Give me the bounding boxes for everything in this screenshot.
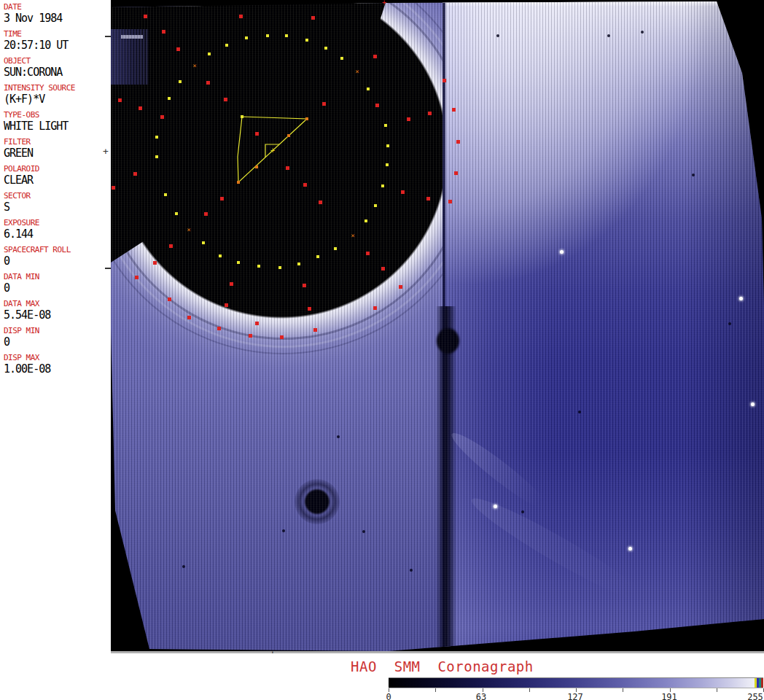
red-fiducial-dot: [160, 115, 164, 119]
colorbar-tick-label: 191: [661, 692, 677, 700]
yellow-fiducial-dot: [365, 219, 367, 222]
red-fiducial-dot: [373, 55, 377, 58]
metadata-field: SPACECRAFT ROLL0: [4, 245, 111, 268]
red-fiducial-dot: [452, 108, 456, 112]
field-label: TIME: [4, 29, 111, 39]
yellow-fiducial-dot: [257, 265, 260, 268]
red-fiducial-dot: [401, 190, 405, 194]
yellow-fiducial-dot: [340, 57, 343, 60]
dark-speck: [410, 569, 413, 572]
metadata-field: SECTORS: [4, 191, 111, 214]
red-fiducial-dot: [187, 316, 191, 319]
orange-x-mark: ×: [351, 232, 354, 239]
yellow-fiducial-dot: [237, 261, 240, 264]
yellow-fiducial-dot: [164, 193, 167, 196]
yellow-fiducial-dot: [324, 47, 327, 50]
red-fiducial-dot: [249, 334, 252, 338]
field-value: 3 Nov 1984: [4, 12, 111, 25]
yellow-fiducial-dot: [155, 136, 158, 139]
yellow-fiducial-dot: [208, 52, 211, 55]
red-fiducial-dot: [133, 172, 137, 176]
colorbar-tick-label: 63: [476, 692, 486, 700]
red-fiducial-dot: [206, 81, 210, 85]
red-fiducial-dot: [426, 197, 430, 201]
colorbar-tick-label: 0: [386, 692, 391, 700]
field-value: S: [4, 201, 111, 214]
sun-center-plus-mark: +: [270, 147, 275, 155]
metadata-field: TYPE-OBSWHITE LIGHT: [4, 110, 111, 133]
red-fiducial-dot: [399, 285, 402, 289]
coronagraph-image-canvas[interactable]: ××××++: [111, 0, 764, 651]
red-fiducial-dot: [443, 79, 446, 82]
red-fiducial-dot: [230, 282, 233, 286]
field-value: 20:57:10 UT: [4, 39, 111, 52]
orange-vertex-marker: [305, 117, 308, 120]
yellow-fiducial-dot: [297, 262, 300, 265]
dark-speck: [496, 34, 499, 37]
red-fiducial-dot: [224, 98, 227, 101]
dark-speck: [362, 530, 365, 533]
field-label: DATE: [4, 2, 111, 12]
red-fiducial-dot: [144, 15, 147, 18]
red-fiducial-dot: [139, 106, 142, 110]
field-value: 0: [4, 281, 111, 295]
red-plus-mark: +: [382, 0, 386, 7]
metadata-field: FILTERGREEN: [4, 137, 111, 160]
colorbar-tick: [435, 688, 436, 692]
fiducial-marks-layer: ××××++: [111, 0, 764, 651]
red-fiducial-dot: [135, 276, 139, 279]
red-fiducial-dot: [448, 200, 452, 203]
field-value: CLEAR: [4, 174, 111, 187]
red-fiducial-dot: [428, 112, 432, 115]
red-fiducial-dot: [168, 298, 171, 301]
field-label: POLAROID: [4, 164, 111, 174]
metadata-field: INTENSITY SOURCE(K+F)*V: [4, 83, 111, 106]
field-value: 5.54E-08: [4, 308, 111, 322]
red-fiducial-dot: [454, 171, 458, 175]
yellow-fiducial-dot: [334, 247, 337, 250]
footer: HAO SMM Coronagraph 063127191255: [0, 653, 764, 700]
yellow-fiducial-dot: [386, 144, 389, 147]
orange-x-mark: ×: [187, 226, 190, 233]
colorbar-tick: [529, 688, 530, 692]
yellow-fiducial-dot: [285, 34, 288, 37]
yellow-fiducial-dot: [266, 34, 269, 37]
red-fiducial-dot: [456, 140, 460, 144]
metadata-field: DATA MIN0: [4, 272, 111, 295]
colorbar: [389, 677, 763, 688]
red-fiducial-dot: [220, 197, 224, 201]
metadata-field: DATE3 Nov 1984: [4, 2, 111, 25]
metadata-field: EXPOSURE6.144: [4, 218, 111, 241]
field-label: DATA MAX: [4, 299, 111, 308]
star-point: [739, 297, 743, 300]
dark-speck: [337, 435, 340, 438]
metadata-field: DISP MIN0: [4, 326, 111, 349]
red-fiducial-dot: [319, 201, 322, 204]
left-axis-plus-tick: +: [103, 147, 109, 156]
red-fiducial-dot: [118, 98, 122, 102]
red-fiducial-dot: [322, 102, 326, 106]
yellow-fiducial-dot: [384, 124, 387, 127]
orange-vertex-marker: [237, 181, 240, 184]
yellow-fiducial-dot: [225, 44, 228, 47]
metadata-field: DATA MAX5.54E-08: [4, 299, 111, 322]
app-window: DATE3 Nov 1984TIME20:57:10 UTOBJECTSUN:C…: [0, 0, 764, 700]
yellow-fiducial-dot: [316, 255, 319, 258]
yellow-fiducial-dot: [305, 39, 308, 42]
field-label: OBJECT: [4, 56, 111, 66]
yellow-fiducial-dot: [175, 212, 178, 215]
metadata-field: POLAROIDCLEAR: [4, 164, 111, 187]
field-value: 1.00E-08: [4, 362, 111, 376]
dark-speck: [692, 174, 695, 176]
yellow-fiducial-dot: [219, 254, 222, 257]
red-fiducial-dot: [169, 244, 173, 248]
yellow-fiducial-dot: [202, 241, 205, 244]
dark-speck: [728, 322, 731, 325]
red-fiducial-dot: [375, 104, 379, 107]
field-value: 0: [4, 335, 111, 349]
yellow-fiducial-dot: [374, 204, 377, 207]
dark-speck: [282, 529, 285, 532]
red-fiducial-dot: [255, 132, 259, 136]
field-label: FILTER: [4, 137, 111, 147]
colorbar-overflow-stripe: [761, 678, 763, 688]
